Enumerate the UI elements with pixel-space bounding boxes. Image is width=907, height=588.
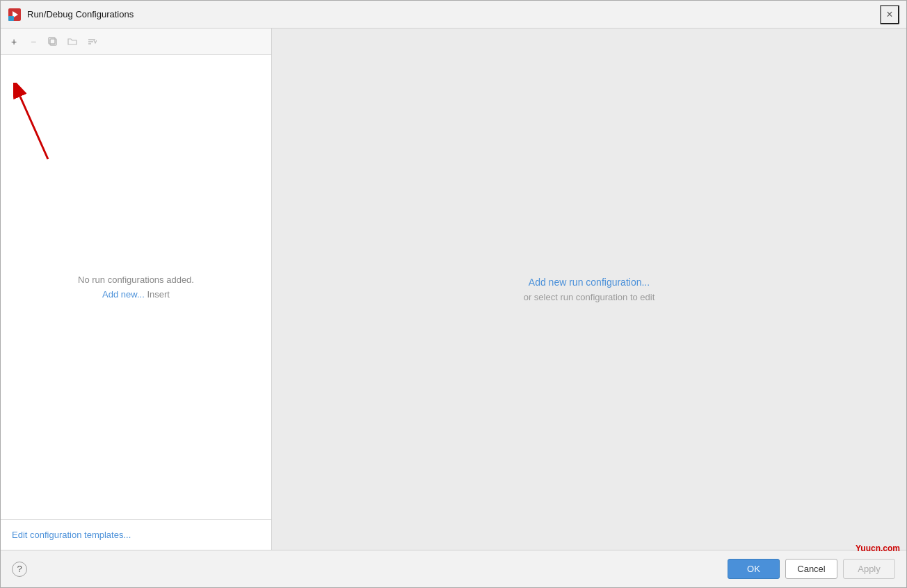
close-button[interactable]: × xyxy=(880,5,899,24)
add-config-button[interactable]: + xyxy=(5,33,23,51)
insert-hint-text: Insert xyxy=(147,289,170,300)
sort-icon xyxy=(87,37,97,47)
add-new-row: Add new... Insert xyxy=(102,289,170,300)
apply-button[interactable]: Apply xyxy=(843,559,895,579)
folder-icon xyxy=(67,38,77,46)
title-bar: Run/Debug Configurations × xyxy=(1,1,906,28)
remove-config-button[interactable]: − xyxy=(24,33,42,51)
add-new-link[interactable]: Add new... xyxy=(102,289,145,300)
config-toolbar: + − xyxy=(1,28,271,55)
edit-templates-link[interactable]: Edit configuration templates... xyxy=(12,530,131,540)
bottom-bar: ? OK Cancel Apply xyxy=(1,550,906,587)
folder-button[interactable] xyxy=(63,33,81,51)
right-panel: Add new run configuration... or select r… xyxy=(272,28,906,550)
left-panel: + − xyxy=(1,28,272,550)
left-panel-footer: Edit configuration templates... xyxy=(1,519,271,550)
ok-button[interactable]: OK xyxy=(728,559,780,579)
config-list-area: No run configurations added. Add new... … xyxy=(1,55,271,519)
copy-icon xyxy=(48,37,58,47)
window-title: Run/Debug Configurations xyxy=(27,9,880,19)
main-content: + − xyxy=(1,28,906,550)
add-new-config-link[interactable]: Add new run configuration... xyxy=(524,277,655,288)
copy-config-button[interactable] xyxy=(44,33,62,51)
cancel-button[interactable]: Cancel xyxy=(785,559,837,579)
or-select-text: or select run configuration to edit xyxy=(524,292,655,302)
help-icon-area: ? xyxy=(12,562,722,577)
window-icon xyxy=(8,8,22,22)
svg-rect-2 xyxy=(8,16,14,21)
help-button[interactable]: ? xyxy=(12,562,27,577)
no-config-text: No run configurations added. xyxy=(78,275,194,285)
right-panel-content: Add new run configuration... or select r… xyxy=(524,277,655,302)
sort-button[interactable] xyxy=(83,33,101,51)
run-debug-configurations-dialog: Run/Debug Configurations × + xyxy=(0,0,907,588)
